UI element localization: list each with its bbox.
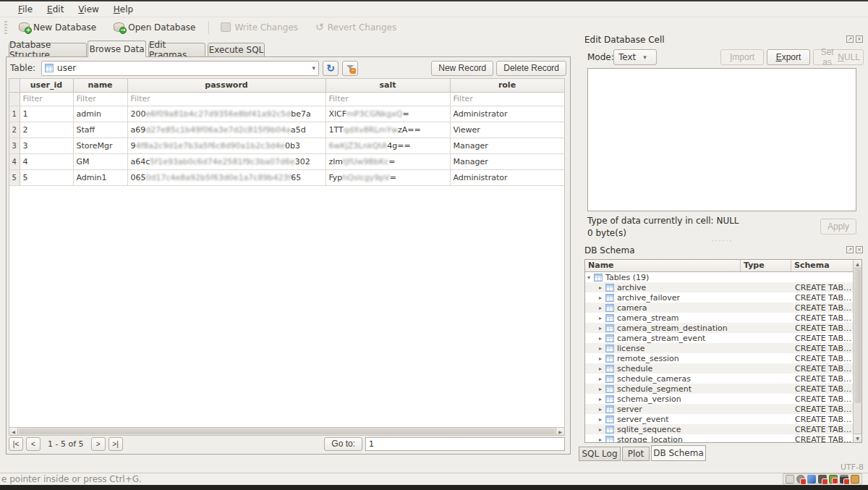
tab-db-schema[interactable]: DB Schema — [651, 445, 706, 461]
last-record-button[interactable]: >| — [109, 437, 123, 451]
column-header-name[interactable]: name — [73, 79, 127, 92]
cell-name[interactable]: admin — [73, 106, 127, 122]
cell-password[interactable]: 200e6f09a81b4c27d9356e8bf41a92c5dbe7a — [127, 106, 326, 122]
filter-input-password[interactable] — [131, 93, 323, 105]
cell-role[interactable]: Viewer — [450, 122, 564, 138]
clipboard-icon[interactable] — [851, 475, 859, 483]
goto-button[interactable]: Go to: — [324, 437, 362, 451]
tab-browse-data[interactable]: Browse Data — [88, 41, 146, 57]
cell-password[interactable]: a69d27e85c1b49f06a3e7d2c815f9b04aa5d — [127, 122, 326, 138]
refresh-button[interactable]: ↻ — [323, 61, 339, 76]
column-header-user-id[interactable]: user_id — [20, 79, 73, 92]
filter-input-user-id[interactable] — [23, 93, 70, 105]
float-panel-icon[interactable]: ↗ — [846, 246, 854, 253]
expand-arrow-icon[interactable]: ▸ — [597, 315, 604, 321]
cell-salt[interactable]: FyphQslcgy9pV= — [326, 169, 450, 185]
tree-item-archive[interactable]: ▸archiveCREATE TAB… — [585, 282, 854, 292]
menu-view[interactable]: View — [72, 3, 105, 16]
cell-name[interactable]: StoreMgr — [73, 138, 127, 153]
row-number[interactable]: 5 — [9, 169, 20, 185]
tree-item-camera[interactable]: ▸cameraCREATE TAB… — [585, 303, 854, 313]
delete-record-button[interactable]: Delete Record — [496, 61, 566, 76]
expand-arrow-icon[interactable]: ▸ — [597, 355, 604, 362]
tree-item-camera_stream[interactable]: ▸camera_streamCREATE TAB… — [585, 313, 854, 323]
display-icon[interactable] — [829, 475, 838, 483]
row-number[interactable]: 1 — [9, 106, 20, 122]
tab-execute-sql[interactable]: Execute SQL — [208, 43, 265, 57]
cell-password[interactable]: 0650d17c4e8a92b5f63d0e1a7c89b423f65 — [127, 169, 326, 185]
prev-record-button[interactable]: < — [26, 437, 41, 451]
table-combobox[interactable]: user ▾ — [41, 61, 319, 76]
cell-salt[interactable]: zlmtJfUw9BbKc= — [326, 153, 450, 169]
column-header-password[interactable]: password — [127, 79, 326, 92]
expand-arrow-icon[interactable]: ▸ — [597, 416, 604, 423]
cell-password[interactable]: a64c5f1e93ab0c6d74e2581f9c3ba07d6e302 — [127, 153, 326, 169]
tree-item-remote_session[interactable]: ▸remote_sessionCREATE TAB… — [585, 353, 854, 363]
menu-help[interactable]: Help — [107, 3, 140, 16]
float-panel-icon[interactable]: ↗ — [846, 35, 854, 43]
cell-role[interactable]: Manager — [450, 153, 564, 169]
next-record-button[interactable]: > — [91, 437, 106, 451]
cell-password[interactable]: 94f8a2c9d1e7b3a5f6c8d90a1b2c3d4e0b3 — [127, 138, 326, 153]
new-database-button[interactable]: + New Database — [13, 21, 102, 34]
tree-item-schedule[interactable]: ▸scheduleCREATE TAB… — [585, 363, 854, 373]
new-record-button[interactable]: New Record — [431, 61, 493, 76]
cell-name[interactable]: Admin1 — [73, 169, 127, 185]
first-record-button[interactable]: |< — [9, 437, 23, 451]
tab-edit-pragmas[interactable]: Edit Pragmas — [148, 43, 205, 57]
goto-input[interactable] — [365, 437, 565, 451]
expand-arrow-icon[interactable]: ▸ — [597, 345, 604, 352]
expand-arrow-icon[interactable]: ▸ — [597, 335, 604, 342]
monitor-icon[interactable] — [840, 475, 848, 483]
expand-arrow-icon[interactable]: ▸ — [597, 295, 604, 301]
cell-user-id[interactable]: 5 — [20, 169, 73, 185]
cell-role[interactable]: Administrator — [450, 169, 564, 185]
row-number[interactable]: 3 — [9, 138, 20, 153]
filter-input-role[interactable] — [454, 93, 561, 105]
tree-item-storage_location[interactable]: ▸storage_locationCREATE TAB… — [585, 434, 854, 443]
tab-plot[interactable]: Plot — [622, 447, 650, 461]
tree-item-schema_version[interactable]: ▸schema_versionCREATE TAB… — [585, 394, 854, 404]
tree-item-archive_failover[interactable]: ▸archive_failoverCREATE TAB… — [585, 292, 854, 303]
expand-arrow-icon[interactable]: ▸ — [597, 396, 604, 402]
save-icon[interactable] — [818, 475, 827, 483]
tree-item-sqlite_sequence[interactable]: ▸sqlite_sequenceCREATE TAB… — [585, 424, 854, 434]
expand-arrow-icon[interactable]: ▸ — [597, 305, 604, 311]
tab-database-structure[interactable]: Database Structure — [9, 43, 87, 57]
cell-user-id[interactable]: 3 — [20, 138, 73, 153]
cell-role[interactable]: Administrator — [450, 106, 564, 122]
key-icon[interactable] — [807, 475, 816, 483]
cell-name[interactable]: Staff — [73, 122, 127, 138]
menu-edit[interactable]: Edit — [41, 3, 70, 16]
tree-root-tables[interactable]: ▾ Tables (19) — [585, 272, 854, 282]
tree-header-type[interactable]: Type — [741, 260, 791, 271]
filter-input-salt[interactable] — [329, 93, 447, 105]
cell-user-id[interactable]: 1 — [20, 106, 73, 122]
column-header-role[interactable]: role — [450, 79, 564, 92]
horizontal-scrollbar[interactable]: ◀ ▶ — [9, 427, 565, 436]
lock-icon[interactable] — [796, 475, 805, 483]
open-database-button[interactable]: → Open Database — [108, 21, 201, 34]
tree-item-schedule_cameras[interactable]: ▸schedule_camerasCREATE TAB… — [585, 373, 854, 384]
row-number[interactable]: 4 — [9, 153, 20, 169]
expand-arrow-icon[interactable]: ▸ — [597, 406, 604, 413]
tree-item-schedule_segment[interactable]: ▸schedule_segmentCREATE TAB… — [585, 384, 854, 394]
cell-editor-textarea[interactable] — [587, 68, 856, 211]
window-icon[interactable] — [786, 475, 794, 483]
cell-user-id[interactable]: 4 — [20, 153, 73, 169]
expand-arrow-icon[interactable]: ▸ — [597, 325, 604, 331]
expand-arrow-icon[interactable]: ▸ — [597, 436, 604, 443]
tree-item-camera_stream_destination[interactable]: ▸camera_stream_destinationCREATE TAB… — [585, 323, 854, 333]
vertical-scrollbar[interactable]: ▲ ▼ — [853, 260, 861, 442]
cell-name[interactable]: GM — [73, 153, 127, 169]
scroll-down-icon[interactable]: ▼ — [854, 434, 861, 442]
expand-arrow-icon[interactable]: ▸ — [597, 366, 604, 372]
cell-salt[interactable]: 6wKjZ3LnkQtA4g== — [326, 138, 450, 153]
column-header-salt[interactable]: salt — [326, 79, 450, 92]
scroll-left-icon[interactable]: ◀ — [9, 428, 18, 435]
tree-item-camera_stream_event[interactable]: ▸camera_stream_eventCREATE TAB… — [585, 333, 854, 343]
scrollbar-thumb[interactable] — [19, 428, 555, 434]
cell-user-id[interactable]: 2 — [20, 122, 73, 138]
cell-salt[interactable]: 1TTqdXv8RLmYwzA== — [326, 122, 450, 138]
collapse-arrow-icon[interactable]: ▾ — [585, 274, 592, 281]
